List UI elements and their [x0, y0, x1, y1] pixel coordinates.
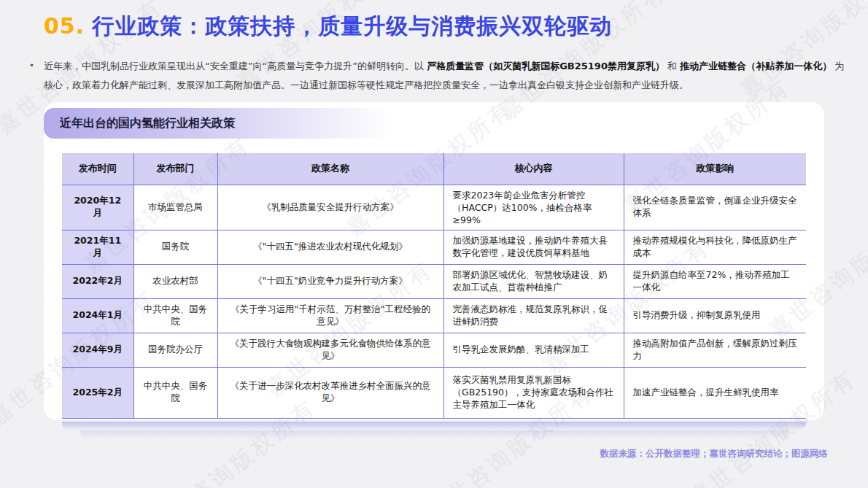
policy-card: 近年出台的国内氢能行业相关政策 发布时间 发布部门 政策名称 核心内容 政策影响	[44, 102, 824, 420]
table-row: 2024年9月 国务院办公厅 《关于践行大食物观构建多元化食物供给体系的意见》 …	[62, 333, 806, 367]
cell-policy-name: 《关于进一步深化农村改革推进乡村全面振兴的意见》	[217, 367, 443, 418]
cell-core-content: 要求2023年前企业危害分析管控（HACCP）达100%，抽检合格率≥99%	[443, 185, 624, 230]
card-shadow-band	[62, 422, 806, 430]
bullet-icon: •	[29, 57, 34, 95]
intro-part2: 和	[664, 61, 680, 71]
cell-impact: 强化全链条质量监管，倒逼企业升级安全体系	[624, 185, 806, 230]
page-title-text: 行业政策：政策扶持，质量升级与消费振兴双轮驱动	[92, 13, 612, 39]
column-header-department: 发布部门	[133, 153, 217, 185]
cell-date: 2021年11月	[62, 230, 133, 264]
cell-policy-name: 《关于践行大食物观构建多元化食物供给体系的意见》	[217, 333, 443, 367]
policy-table: 发布时间 发布部门 政策名称 核心内容 政策影响 2020年12月 市场监管总局…	[62, 153, 806, 419]
intro-bold-integration: 推动产业链整合（补贴养加一体化）	[680, 61, 832, 71]
policy-table-wrap: 发布时间 发布部门 政策名称 核心内容 政策影响 2020年12月 市场监管总局…	[62, 153, 806, 419]
column-header-policy-name: 政策名称	[217, 153, 443, 185]
table-row: 2022年2月 农业农村部 《"十四五"奶业竞争力提升行动方案》 部署奶源区域优…	[62, 264, 806, 298]
cell-department: 国务院办公厅	[133, 333, 217, 367]
cell-date: 2024年9月	[62, 333, 133, 367]
table-header-row: 发布时间 发布部门 政策名称 核心内容 政策影响	[62, 153, 806, 185]
cell-date: 2024年1月	[62, 298, 133, 333]
cell-impact: 提升奶源自给率至72%，推动养殖加工一体化	[624, 264, 806, 298]
cell-impact: 推动养殖规模化与科技化，降低原奶生产成本	[624, 230, 806, 264]
cell-date: 2025年2月	[62, 367, 133, 418]
cell-impact: 加速产业链整合，提升生鲜乳使用率	[624, 367, 806, 418]
cell-policy-name: 《关于学习运用"千村示范、万村整治"工程经验的意见》	[217, 298, 443, 333]
cell-impact: 推动高附加值产品创新，缓解原奶过剩压力	[624, 333, 806, 367]
cell-date: 2022年2月	[62, 264, 133, 298]
cell-department: 中共中央、国务院	[133, 298, 217, 333]
cell-policy-name: 《乳制品质量安全提升行动方案》	[217, 185, 443, 230]
slide: 05.行业政策：政策扶持，质量升级与消费振兴双轮驱动 • 近年来，中国乳制品行业…	[0, 0, 868, 488]
cell-department: 市场监管总局	[133, 185, 217, 230]
data-source-note: 数据来源：公开数据整理；嘉世咨询研究结论；图源网络	[600, 448, 829, 460]
column-header-core-content: 核心内容	[443, 153, 624, 185]
cell-core-content: 完善液态奶标准，规范复原乳标识，促进鲜奶消费	[443, 298, 624, 333]
cell-core-content: 部署奶源区域优化、智慧牧场建设、奶农加工试点、苜蓿种植推广	[443, 264, 624, 298]
page-title-number: 05.	[44, 13, 85, 39]
table-row: 2021年11月 国务院 《"十四五"推进农业农村现代化规划》 加强奶源基地建设…	[62, 230, 806, 264]
card-shadow-band-2	[80, 430, 788, 439]
section-badge: 近年出台的国内氢能行业相关政策	[44, 108, 438, 139]
table-row: 2020年12月 市场监管总局 《乳制品质量安全提升行动方案》 要求2023年前…	[62, 185, 806, 230]
cell-department: 国务院	[133, 230, 217, 264]
cell-department: 农业农村部	[133, 264, 217, 298]
intro-part1: 近年来，中国乳制品行业政策呈现出从“安全重建”向“高质量与竞争力提升”的鲜明转向…	[44, 61, 427, 71]
cell-date: 2020年12月	[62, 185, 133, 230]
cell-department: 中共中央、国务院	[133, 367, 217, 418]
cell-policy-name: 《"十四五"推进农业农村现代化规划》	[217, 230, 443, 264]
table-row: 2024年1月 中共中央、国务院 《关于学习运用"千村示范、万村整治"工程经验的…	[62, 298, 806, 333]
cell-core-content: 落实灭菌乳禁用复原乳新国标（GB25190），支持家庭农场和合作社主导养殖加工一…	[443, 367, 624, 418]
cell-policy-name: 《"十四五"奶业竞争力提升行动方案》	[217, 264, 443, 298]
cell-core-content: 加强奶源基地建设，推动奶牛养殖大县数字化管理，建设优质饲草料基地	[443, 230, 624, 264]
cell-core-content: 引导乳企发展奶酪、乳清精深加工	[443, 333, 624, 367]
column-header-impact: 政策影响	[624, 153, 806, 185]
cell-impact: 引导消费升级，抑制复原乳使用	[624, 298, 806, 333]
column-header-date: 发布时间	[62, 153, 133, 185]
page-title: 05.行业政策：政策扶持，质量升级与消费振兴双轮驱动	[44, 12, 612, 42]
table-row: 2025年2月 中共中央、国务院 《关于进一步深化农村改革推进乡村全面振兴的意见…	[62, 367, 806, 418]
intro-bold-quality: 严格质量监管（如灭菌乳新国标GB25190禁用复原乳）	[427, 61, 664, 71]
intro-paragraph: • 近年来，中国乳制品行业政策呈现出从“安全重建”向“高质量与竞争力提升”的鲜明…	[29, 57, 845, 95]
intro-text: 近年来，中国乳制品行业政策呈现出从“安全重建”向“高质量与竞争力提升”的鲜明转向…	[44, 57, 845, 95]
